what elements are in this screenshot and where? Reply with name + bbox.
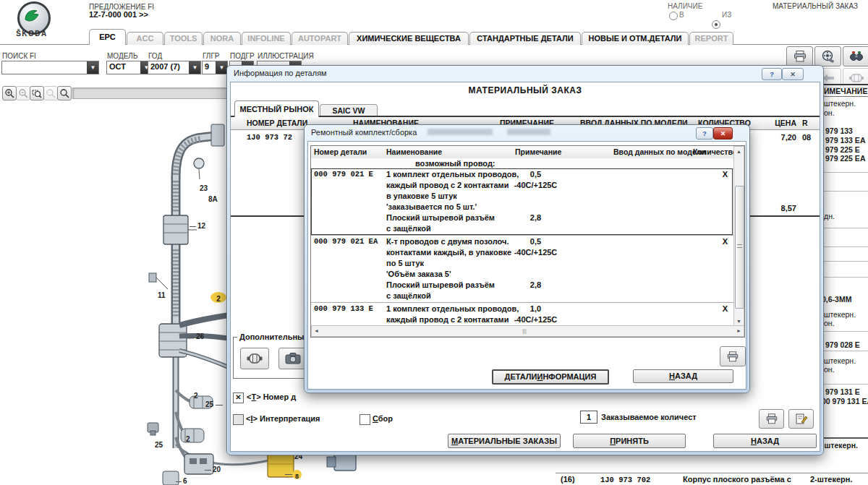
print-order-button[interactable] xyxy=(759,409,784,429)
model-combo[interactable]: ОСТ▼ xyxy=(106,61,153,74)
callout-12: 12 xyxy=(197,222,205,230)
total-price: 8,57 xyxy=(750,204,796,213)
vertical-scrollbar-thumb[interactable] xyxy=(735,186,744,309)
zoom-out-button[interactable] xyxy=(16,86,30,100)
print-kit-button[interactable] xyxy=(720,346,746,366)
zoom-off-icon xyxy=(46,88,56,98)
details-info-button[interactable]: ДЕТАЛИИНФОРМАЦИЯ xyxy=(492,369,609,385)
zoom-select-button[interactable] xyxy=(57,86,72,100)
callout-2c: 2 xyxy=(186,435,190,443)
horizontal-scrollbar[interactable]: ◄ ► ||| xyxy=(311,325,744,337)
accept-button[interactable]: ПРИНЯТЬ xyxy=(573,434,686,448)
leader-line xyxy=(190,226,196,227)
zoom-out-icon xyxy=(18,88,28,98)
illustration-scrollbar[interactable] xyxy=(72,87,228,99)
callout-2b: 2 xyxy=(194,392,198,400)
checkbox-part-number[interactable]: ✕ xyxy=(233,392,244,403)
checkbox-collect-label: Сбор xyxy=(373,414,393,423)
parts-info-dialog-title: Информация по деталям xyxy=(234,69,327,77)
titlebar-ghost xyxy=(507,129,550,135)
close-button[interactable]: ✕ xyxy=(782,68,804,80)
chevron-down-icon[interactable]: ▼ xyxy=(189,61,200,74)
material-orders-button[interactable]: МАТЕРИАЛЬНЫЕ ЗАКАЗЫ xyxy=(448,434,561,448)
model-label: МОДЕЛЬ xyxy=(107,52,137,60)
availability-radio-v[interactable] xyxy=(669,12,678,20)
print-button[interactable] xyxy=(786,46,813,66)
checkbox-collect[interactable] xyxy=(359,414,370,425)
callout-6: 6 xyxy=(183,477,187,485)
vehicle-info-button[interactable] xyxy=(240,348,269,369)
status-row-separator xyxy=(556,473,868,473)
tab-standard-parts[interactable]: СТАНДАРТНЫЕ ДЕТАЛИ xyxy=(469,32,581,45)
search-fi-combo[interactable]: ▼ xyxy=(1,61,99,74)
r-cell: 08 xyxy=(802,133,811,142)
part-number[interactable]: 000 979 021 EA xyxy=(314,237,378,246)
part-number-cell[interactable]: 1J0 973 72 xyxy=(247,133,292,142)
scroll-left-icon[interactable]: ◄ xyxy=(312,326,321,335)
repair-table-panel: Номер детали Наименование Примечание Вво… xyxy=(310,145,745,338)
vertical-scrollbar[interactable]: ▲ ▼ xyxy=(733,146,744,327)
callout-25a: 25 xyxy=(205,400,213,408)
status-index: (16) xyxy=(561,475,575,484)
help-button[interactable]: ? xyxy=(762,68,782,80)
bg-fragment: штекерн. xyxy=(824,99,856,108)
bg-table-top-border xyxy=(821,84,868,85)
chevron-down-icon[interactable]: ▼ xyxy=(216,61,227,74)
callout-8-highlighted[interactable]: 8 xyxy=(292,470,302,479)
image-button[interactable] xyxy=(278,348,307,369)
chevron-down-icon[interactable]: ▼ xyxy=(87,61,98,74)
order-quantity-input[interactable] xyxy=(580,411,597,424)
callout-11: 11 xyxy=(158,291,166,299)
checkbox-interpretation[interactable] xyxy=(233,414,244,425)
epc-application: ŠKODA ПРЕДЛОЖЕНИЕ FI 1Z-7-000 001 >> НАЛ… xyxy=(0,0,868,485)
scroll-up-icon[interactable]: ▲ xyxy=(734,147,744,156)
tab-local-market[interactable]: МЕСТНЫЙ РЫНОК xyxy=(234,100,319,117)
part-number[interactable]: 000 979 021 E xyxy=(314,170,373,179)
wheel-icon xyxy=(821,50,835,63)
main-tab-bar: EPC ACC TOOLS NORA INFOLINE AUTOPART ХИМ… xyxy=(0,28,868,45)
tab-acc[interactable]: ACC xyxy=(127,32,163,45)
subgroup-label: ПОДГР xyxy=(230,52,255,60)
year-combo[interactable]: 2007 (7)▼ xyxy=(148,61,201,74)
tab-new-parts[interactable]: НОВЫЕ И ОТМ.ДЕТАЛИ xyxy=(582,32,689,45)
bg-fragment: 979 133 xyxy=(825,126,853,135)
availability-label: НАЛИЧИЕ xyxy=(668,2,702,10)
help-button[interactable]: ? xyxy=(696,127,713,140)
zoom-in-icon xyxy=(4,88,14,98)
scroll-right-icon[interactable]: ► xyxy=(734,326,744,335)
leader-line xyxy=(176,481,182,482)
checkbox-part-number-label: <T> Номер д xyxy=(247,392,296,401)
camera-icon xyxy=(285,353,301,364)
zoom-off-button[interactable] xyxy=(43,86,58,100)
search-fi-label: ПОИСК FI xyxy=(2,52,36,60)
zoom-in-button[interactable] xyxy=(2,86,17,100)
printer-icon xyxy=(793,51,807,62)
part-number[interactable]: 000 979 133 E xyxy=(314,304,373,313)
bg-fragment: он. xyxy=(824,108,835,117)
wheel-search-button[interactable] xyxy=(814,46,841,66)
group-combo[interactable]: 9▼ xyxy=(202,61,228,74)
tab-tools[interactable]: TOOLS xyxy=(164,32,203,45)
tab-chemicals[interactable]: ХИМИЧЕСКИЕ ВЕЩЕСТВА xyxy=(349,32,469,45)
edit-note-button[interactable] xyxy=(788,409,814,429)
tab-epc[interactable]: EPC xyxy=(89,29,126,45)
bg-fragment: 979 225 E xyxy=(825,145,860,154)
titlebar-ghost xyxy=(427,129,493,135)
bg-fragment: дн. xyxy=(824,212,835,220)
tab-infoline[interactable]: INFOLINE xyxy=(242,32,291,45)
back-button[interactable]: НАЗАД xyxy=(713,434,817,448)
callout-20: 20 xyxy=(213,465,221,473)
back-button[interactable]: НАЗАД xyxy=(633,369,733,383)
zoom-window-button[interactable] xyxy=(30,86,44,100)
quantity-mark: X xyxy=(713,170,728,179)
tab-nora[interactable]: NORA xyxy=(203,32,241,45)
car-icon xyxy=(246,353,263,364)
bg-fragment: 979 133 EA xyxy=(825,136,865,145)
parts-search-button[interactable] xyxy=(843,46,868,66)
tab-autopart[interactable]: AUTOPART xyxy=(292,32,348,45)
bg-fragment: штекерн. xyxy=(824,310,856,319)
horizontal-scrollbar-grip[interactable]: ||| xyxy=(517,326,532,335)
close-button[interactable]: ✕ xyxy=(713,127,733,140)
tab-report[interactable]: REPORT xyxy=(689,32,733,45)
callout-2-highlighted[interactable]: 2 xyxy=(210,292,226,303)
